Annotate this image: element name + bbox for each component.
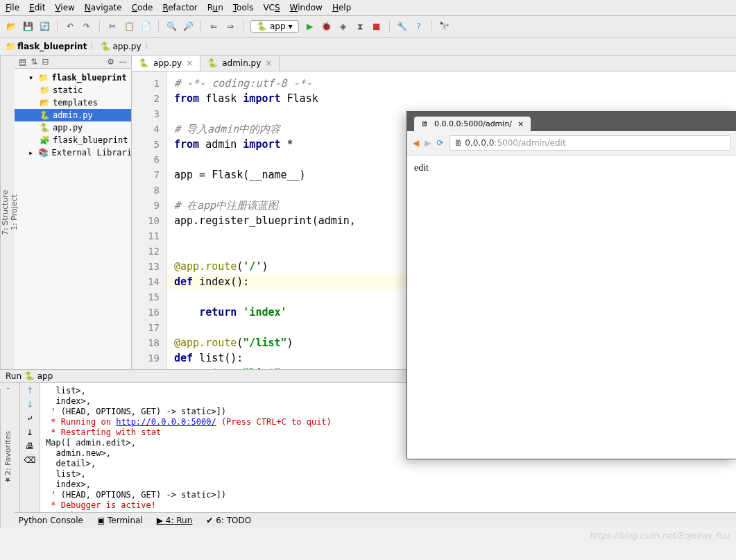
- project-settings-icon[interactable]: ⚙: [107, 57, 114, 67]
- menubar: File Edit View Navigate Code Refactor Ru…: [0, 0, 736, 16]
- tree-iml[interactable]: 🧩 flask_blueprint: [15, 134, 131, 146]
- menu-run[interactable]: Run: [207, 3, 223, 12]
- left-tool-strip: 7: Structure 1: Project: [0, 56, 15, 369]
- python-console-tab[interactable]: 🐍 Python Console: [6, 516, 83, 525]
- tree-templates[interactable]: 📂 templates: [15, 96, 131, 109]
- browser-viewport: edit: [407, 155, 736, 180]
- stop-icon[interactable]: ■: [371, 21, 382, 32]
- line-gutter: 1234567891011121314151617181920: [132, 71, 167, 369]
- browser-tab-title: 0.0.0.0:5000/admin/: [434, 119, 512, 128]
- menu-refactor[interactable]: Refactor: [162, 3, 197, 12]
- debug-icon[interactable]: 🐞: [321, 21, 332, 32]
- settings-icon[interactable]: 🔧: [397, 21, 408, 32]
- project-hide-icon[interactable]: —: [119, 57, 127, 67]
- close-icon[interactable]: ×: [186, 58, 193, 68]
- replace-icon[interactable]: 🔎: [182, 21, 194, 32]
- close-icon[interactable]: ×: [517, 119, 524, 128]
- copy-icon[interactable]: 📋: [123, 21, 135, 32]
- cut-icon[interactable]: ✂: [107, 21, 118, 32]
- menu-vcs[interactable]: VCS: [263, 3, 280, 12]
- terminal-tab[interactable]: ▣ Terminal: [97, 516, 143, 525]
- tree-external[interactable]: ▸ 📚 External Libraries: [15, 146, 131, 159]
- menu-window[interactable]: Window: [290, 3, 323, 12]
- coverage-icon[interactable]: ◈: [338, 21, 349, 32]
- address-bar[interactable]: 🗎 0.0.0.0:5000/admin/edit: [450, 135, 731, 151]
- print-icon[interactable]: 🖶: [26, 441, 34, 451]
- menu-help[interactable]: Help: [332, 3, 351, 12]
- run-tab[interactable]: ▶ 4: Run: [157, 516, 193, 525]
- menu-tools[interactable]: Tools: [233, 3, 254, 12]
- back-icon[interactable]: ◀: [413, 138, 419, 148]
- clear-icon[interactable]: ⌫: [24, 455, 36, 465]
- save-icon[interactable]: 💾: [22, 21, 33, 32]
- up-icon[interactable]: ↑: [26, 386, 33, 396]
- help-icon[interactable]: ?: [413, 21, 425, 32]
- find-icon[interactable]: 🔍: [166, 21, 177, 32]
- undo-icon[interactable]: ↶: [65, 21, 76, 32]
- reload-icon[interactable]: ⟳: [436, 138, 443, 148]
- search-everywhere-icon[interactable]: 🔭: [439, 21, 450, 32]
- tree-admin-py[interactable]: 🐍 admin.py: [15, 109, 131, 121]
- scroll-icon[interactable]: ⤓: [26, 427, 33, 437]
- favorites-tool[interactable]: ★ 2: Favorites: [0, 389, 15, 527]
- bc-file[interactable]: app.py: [112, 42, 141, 51]
- project-tree: ▾ 📁 flask_blueprint 📁 static 📂 templates…: [15, 69, 131, 162]
- page-content: edit: [414, 162, 429, 173]
- menu-file[interactable]: File: [6, 3, 19, 12]
- back-icon[interactable]: ⇐: [208, 21, 219, 32]
- bc-py-icon: 🐍: [101, 42, 111, 51]
- browser-toolbar: ◀ ▶ ⟳ 🗎 0.0.0.0:5000/admin/edit: [407, 131, 736, 155]
- status-bar: 🐍 Python Console ▣ Terminal ▶ 4: Run ✔ 6…: [0, 512, 736, 528]
- editor-tabs: 🐍 app.py × 🐍 admin.py ×: [132, 56, 736, 71]
- tool-structure[interactable]: 7: Structure: [1, 189, 10, 235]
- wrap-icon[interactable]: ⤶: [26, 414, 33, 423]
- run-title: Run: [6, 371, 22, 381]
- tool-project[interactable]: 1: Project: [10, 194, 19, 230]
- bc-root[interactable]: flask_blueprint: [17, 42, 87, 51]
- open-icon[interactable]: 📂: [6, 21, 17, 32]
- page-icon: 🗎: [421, 119, 429, 128]
- menu-edit[interactable]: Edit: [29, 3, 45, 12]
- project-toggle-icon[interactable]: ▤: [19, 57, 26, 67]
- run-config-name: app: [37, 371, 53, 381]
- tree-static[interactable]: 📁 static: [15, 84, 131, 96]
- main-toolbar: 📂 💾 🔄 ↶ ↷ ✂ 📋 📄 🔍 🔎 ⇐ ⇒ 🐍 app ▾ ▶ 🐞 ◈ ⧗ …: [0, 16, 736, 37]
- tab-admin-py[interactable]: 🐍 admin.py ×: [200, 56, 280, 71]
- browser-window: 🗎 0.0.0.0:5000/admin/ × ◀ ▶ ⟳ 🗎 0.0.0.0:…: [406, 111, 736, 459]
- menu-navigate[interactable]: Navigate: [85, 3, 122, 12]
- tree-root[interactable]: ▾ 📁 flask_blueprint: [15, 71, 131, 84]
- close-icon[interactable]: ×: [265, 58, 272, 68]
- menu-code[interactable]: Code: [132, 3, 153, 12]
- project-tool-window: ▤ ⇅ ⊟ ⚙ — ▾ 📁 flask_blueprint 📁 static 📂…: [15, 56, 132, 369]
- tab-app-py[interactable]: 🐍 app.py ×: [132, 56, 200, 71]
- profile-icon[interactable]: ⧗: [354, 21, 366, 32]
- project-collapse-icon[interactable]: ⊟: [42, 57, 49, 67]
- menu-view[interactable]: View: [55, 3, 74, 12]
- bc-folder-icon: 📁: [6, 42, 16, 51]
- run-left-toolbar-2: ↑ ↓ ⤶ ⤓ 🖶 ⌫: [20, 383, 40, 512]
- browser-tabstrip: 🗎 0.0.0.0:5000/admin/ ×: [407, 112, 736, 131]
- paste-icon[interactable]: 📄: [140, 21, 151, 32]
- redo-icon[interactable]: ↷: [81, 21, 92, 32]
- todo-tab[interactable]: ✔ 6: TODO: [206, 516, 251, 525]
- project-autoscroll-icon[interactable]: ⇅: [31, 57, 37, 67]
- project-tool-header: ▤ ⇅ ⊟ ⚙ —: [15, 56, 131, 69]
- run-icon[interactable]: ▶: [305, 21, 316, 32]
- tree-app-py[interactable]: 🐍 app.py: [15, 121, 131, 134]
- run-config-selector[interactable]: 🐍 app ▾: [250, 20, 299, 33]
- browser-tab[interactable]: 🗎 0.0.0.0:5000/admin/ ×: [414, 117, 531, 131]
- refresh-icon[interactable]: 🔄: [39, 21, 50, 32]
- down-icon[interactable]: ↓: [26, 400, 33, 409]
- forward-icon[interactable]: ⇒: [225, 21, 236, 32]
- breadcrumb: 📁 flask_blueprint 〉 🐍 app.py 〉: [0, 37, 736, 56]
- forward-icon[interactable]: ▶: [425, 138, 431, 148]
